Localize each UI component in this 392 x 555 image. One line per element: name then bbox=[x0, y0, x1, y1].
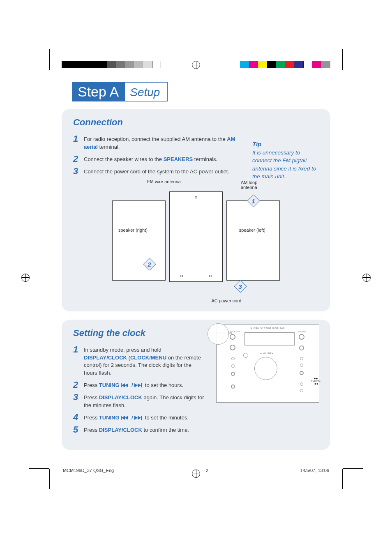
svg-rect-0 bbox=[121, 383, 122, 387]
crop-mark bbox=[29, 70, 49, 70]
step-text: Press DISPLAY/CLOCK to confirm the time. bbox=[84, 425, 189, 434]
am-antenna-label: AM loop antenna bbox=[241, 180, 270, 190]
button-icon bbox=[231, 385, 235, 389]
step-badge: Step A bbox=[72, 82, 125, 101]
svg-marker-2 bbox=[125, 383, 128, 387]
crop-mark bbox=[343, 70, 363, 70]
standby-label: STANDBY-ON bbox=[228, 331, 240, 333]
registration-mark-icon bbox=[21, 274, 30, 282]
crop-mark bbox=[49, 49, 50, 70]
button-icon bbox=[300, 364, 303, 367]
callout-3-icon: 3 bbox=[234, 280, 247, 292]
svg-marker-4 bbox=[138, 383, 141, 387]
clock-heading: Setting the clock bbox=[73, 328, 210, 339]
step-header: Step A Setup bbox=[72, 82, 330, 101]
step-text: Connect the speaker wires to the SPEAKER… bbox=[84, 154, 217, 164]
svg-rect-6 bbox=[121, 416, 122, 420]
system-box bbox=[169, 191, 223, 282]
svg-marker-3 bbox=[134, 383, 138, 387]
button-icon bbox=[300, 357, 303, 360]
connection-diagram: FM wire antenna AM loop antenna speaker … bbox=[73, 179, 319, 302]
callout-bubble-icon bbox=[208, 323, 229, 345]
step-number: 3 bbox=[73, 167, 79, 176]
tip-box: Tip It is unnecessary to connect the FM … bbox=[252, 140, 318, 181]
svg-rect-11 bbox=[141, 416, 142, 420]
next-track-icon bbox=[134, 416, 143, 420]
button-icon bbox=[300, 382, 303, 386]
standby-button-icon bbox=[230, 334, 235, 340]
button-icon bbox=[300, 371, 304, 375]
device-front-panel: MICRO SYSTEM MCM196D DISPLAY/CLOCK STAND… bbox=[216, 325, 319, 403]
clock-card: Setting the clock 1In standby mode, pres… bbox=[62, 320, 330, 450]
step-text: Connect the power cord of the system to … bbox=[84, 167, 229, 176]
connection-card: Connection 1For radio reception, connect… bbox=[62, 109, 330, 311]
tip-title: Tip bbox=[252, 140, 318, 149]
prev-track-icon bbox=[121, 416, 130, 420]
tip-body: It is unnecessary to connect the FM pigt… bbox=[252, 149, 318, 181]
colorbar-grayscale bbox=[62, 61, 161, 68]
registration-mark-icon bbox=[192, 61, 200, 69]
button-icon bbox=[300, 389, 303, 392]
button-icon bbox=[243, 353, 248, 358]
button-icon bbox=[231, 357, 235, 360]
step-text: In standby mode, press and hold DISPLAY/… bbox=[84, 345, 205, 377]
step-number: 5 bbox=[73, 425, 79, 434]
step-text: Press TUNING / to set the minutes. bbox=[84, 413, 189, 422]
source-label: SOURCE bbox=[298, 331, 306, 333]
step-number: 2 bbox=[73, 380, 79, 389]
crop-mark bbox=[29, 468, 49, 469]
speaker-left-label: speaker (left) bbox=[239, 228, 265, 233]
svg-marker-7 bbox=[122, 416, 125, 420]
footer-date: 14/5/07, 13:06 bbox=[300, 468, 329, 473]
step-number: 1 bbox=[73, 134, 79, 143]
step-number: 2 bbox=[73, 154, 79, 164]
page-content: Step A Setup Connection 1For radio recep… bbox=[62, 82, 330, 456]
display-screen bbox=[244, 332, 295, 345]
volume-label: — VOLUME + bbox=[260, 352, 273, 355]
footer-page: 2 bbox=[206, 468, 208, 473]
step-number: 1 bbox=[73, 345, 79, 354]
colorbar-color bbox=[240, 61, 330, 68]
speaker-right-label: speaker (right) bbox=[118, 228, 148, 233]
svg-marker-9 bbox=[134, 416, 138, 420]
connection-heading: Connection bbox=[73, 117, 319, 128]
step-number: 4 bbox=[73, 413, 79, 422]
crop-mark bbox=[49, 469, 50, 489]
device-model-label: MICRO SYSTEM MCM196D bbox=[251, 327, 285, 329]
step-title: Setup bbox=[125, 82, 168, 101]
svg-marker-1 bbox=[122, 383, 125, 387]
step-number: 3 bbox=[73, 393, 79, 402]
button-icon bbox=[231, 364, 235, 368]
step-text: For radio reception, connect the supplie… bbox=[84, 134, 240, 151]
svg-marker-8 bbox=[125, 416, 128, 420]
svg-marker-10 bbox=[138, 416, 141, 420]
prev-track-icon bbox=[121, 383, 130, 387]
crop-mark bbox=[343, 468, 363, 469]
speaker-left-box bbox=[226, 200, 280, 281]
next-track-icon bbox=[134, 383, 143, 387]
ac-cord-label: AC power cord bbox=[206, 298, 247, 303]
crop-mark bbox=[342, 469, 343, 489]
speaker-right-box bbox=[112, 200, 166, 281]
registration-mark-icon bbox=[362, 274, 371, 282]
button-icon bbox=[299, 345, 304, 350]
step-text: Press TUNING / to set the hours. bbox=[84, 380, 183, 389]
volume-knob-icon bbox=[254, 357, 277, 380]
fm-antenna-label: FM wire antenna bbox=[147, 179, 181, 184]
tuning-callout: ▶▶TUNING◀◀ bbox=[311, 377, 321, 385]
svg-rect-5 bbox=[141, 383, 142, 387]
button-icon bbox=[230, 345, 235, 350]
source-button-icon bbox=[299, 334, 304, 340]
page-footer: MCM196D_37 QSG_Eng 2 14/5/07, 13:06 bbox=[63, 468, 329, 473]
button-icon bbox=[231, 372, 235, 376]
step-text: Press DISPLAY/CLOCK again. The clock dig… bbox=[84, 393, 205, 410]
crop-mark bbox=[342, 49, 343, 70]
footer-doc: MCM196D_37 QSG_Eng bbox=[63, 468, 114, 473]
